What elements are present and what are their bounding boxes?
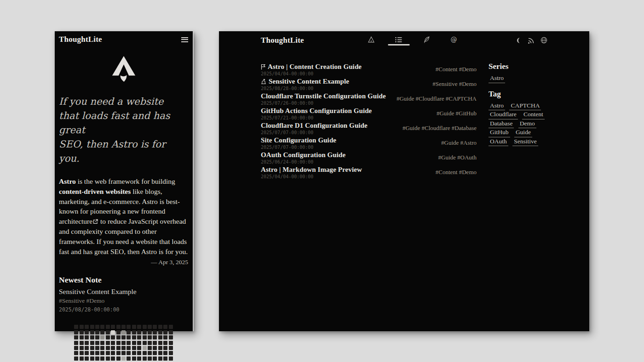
heatmap-cell bbox=[148, 356, 152, 361]
heatmap-cell bbox=[85, 356, 89, 361]
heatmap-cell bbox=[80, 356, 84, 361]
heatmap-cell bbox=[116, 356, 121, 361]
heatmap-cell bbox=[111, 356, 115, 361]
heatmap-cell bbox=[148, 335, 152, 339]
at-sign-glyph: @ bbox=[451, 36, 457, 43]
heatmap-cell bbox=[121, 351, 126, 355]
post-tags[interactable]: #Guide #OAuth bbox=[432, 154, 477, 161]
post-info: Sensitive Content Example 2025/08/28-00:… bbox=[261, 78, 349, 91]
heatmap-cell bbox=[100, 330, 104, 334]
tag-link[interactable]: Content bbox=[522, 110, 545, 119]
heatmap-cell bbox=[111, 346, 115, 350]
post-title-link[interactable]: Astro | Content Creation Guide bbox=[268, 63, 362, 71]
post-title-link[interactable]: Site Configuration Guide bbox=[261, 136, 336, 144]
post-date: 2025/07/07-00:00:00 bbox=[261, 130, 368, 135]
post-tags[interactable]: #Content #Demo bbox=[429, 66, 477, 73]
flag-icon bbox=[261, 64, 265, 70]
newest-note-title-link[interactable]: Sensitive Content Example bbox=[59, 288, 188, 296]
post-title-link[interactable]: Astro | Markdown Image Preview bbox=[261, 166, 362, 174]
heatmap-cell bbox=[111, 341, 115, 345]
heatmap-cell bbox=[143, 335, 147, 339]
astro-logo bbox=[109, 55, 138, 83]
tag-link[interactable]: Sensitive bbox=[512, 137, 538, 147]
heatmap-cell bbox=[143, 351, 147, 355]
post-tags[interactable]: #Sensitive #Demo bbox=[426, 80, 477, 88]
heatmap-cell bbox=[74, 335, 78, 339]
tag-link[interactable]: CAPTCHA bbox=[509, 102, 541, 111]
theme-moon-icon[interactable] bbox=[515, 37, 522, 44]
heatmap-cell bbox=[90, 325, 94, 329]
post-list-item: Astro | Content Creation Guide 2025/04/0… bbox=[261, 62, 477, 77]
newest-note-tags[interactable]: #Sensitive #Demo bbox=[59, 297, 188, 305]
heatmap-cell bbox=[137, 335, 141, 339]
post-title-link[interactable]: GitHub Actions Configuration Guide bbox=[261, 107, 372, 115]
post-list-item: Astro | Markdown Image Preview 2025/04/0… bbox=[261, 165, 477, 180]
post-title-link[interactable]: Sensitive Content Example bbox=[269, 78, 349, 85]
heatmap-cell bbox=[85, 335, 89, 339]
heatmap-cell bbox=[111, 335, 115, 339]
tag-link[interactable]: Database bbox=[489, 119, 514, 129]
heatmap-cell bbox=[106, 325, 110, 329]
quote-line: that loads fast and has great bbox=[59, 109, 188, 137]
nav-archive-list-icon[interactable] bbox=[395, 35, 402, 44]
tag-link[interactable]: Cloudflare bbox=[489, 110, 518, 119]
heatmap-cell bbox=[74, 325, 78, 329]
external-link-icon[interactable] bbox=[92, 217, 98, 225]
post-tags[interactable]: #Guide #Astro bbox=[435, 139, 477, 147]
heatmap-cell bbox=[121, 346, 126, 350]
mobile-scrollbar[interactable] bbox=[193, 31, 194, 331]
heatmap-cell bbox=[132, 330, 136, 334]
heatmap-cell bbox=[111, 325, 115, 329]
post-date: 2025/07/07-00:00:00 bbox=[261, 145, 336, 150]
post-tags[interactable]: #Guide #Cloudflare #CAPTCHA bbox=[390, 95, 477, 102]
heatmap-cell bbox=[132, 356, 136, 361]
heatmap-cell bbox=[106, 346, 110, 350]
globe-language-icon[interactable] bbox=[540, 37, 547, 44]
heatmap-cell bbox=[143, 341, 147, 345]
tag-link[interactable]: Guide bbox=[514, 128, 532, 137]
heatmap-cell bbox=[121, 356, 126, 361]
rss-icon[interactable] bbox=[528, 37, 535, 44]
post-title-link[interactable]: OAuth Configuration Guide bbox=[261, 151, 345, 159]
hamburger-menu-icon[interactable] bbox=[181, 35, 188, 44]
post-title-link[interactable]: Cloudflare D1 Configuration Guide bbox=[261, 122, 368, 130]
intro-text-segment: architecture bbox=[59, 217, 92, 225]
heatmap-cell bbox=[163, 330, 167, 334]
heatmap-cell bbox=[80, 351, 84, 355]
heatmap-cell bbox=[80, 341, 84, 345]
heatmap-cell bbox=[100, 325, 104, 329]
heatmap-cell bbox=[100, 335, 104, 339]
heatmap-cell bbox=[116, 325, 121, 329]
post-tags[interactable]: #Content #Demo bbox=[429, 169, 477, 176]
heatmap-cell bbox=[163, 346, 167, 350]
post-info: Astro | Markdown Image Preview 2025/04/0… bbox=[261, 166, 362, 179]
nav-write-feather-icon[interactable] bbox=[423, 35, 430, 44]
nav-about-at-sign-icon[interactable]: @ bbox=[450, 35, 458, 44]
tag-link[interactable]: Astro bbox=[489, 102, 505, 111]
heatmap-cell bbox=[143, 346, 147, 350]
heatmap-cell bbox=[90, 346, 94, 350]
heatmap-cell bbox=[126, 356, 131, 361]
tag-link[interactable]: OAuth bbox=[489, 137, 508, 147]
header-actions bbox=[515, 36, 547, 44]
desktop-header: ThoughtLite @ bbox=[219, 31, 589, 51]
post-tags[interactable]: #Guide #Cloudflare #Database bbox=[396, 124, 477, 132]
heatmap-cell bbox=[95, 325, 99, 329]
series-link[interactable]: Astro bbox=[489, 74, 505, 83]
post-title-link[interactable]: Cloudflare Turnstile Configuration Guide bbox=[261, 92, 386, 100]
heatmap-cell bbox=[121, 325, 126, 329]
tag-link[interactable]: GitHub bbox=[489, 128, 510, 137]
heatmap-cell bbox=[158, 330, 162, 334]
heatmap-cell bbox=[116, 346, 121, 350]
heatmap-cell bbox=[169, 335, 173, 339]
heatmap-cell bbox=[85, 346, 89, 350]
post-tags[interactable]: #Guide #GitHub bbox=[430, 110, 477, 117]
post-date: 2025/06/24-00:00:00 bbox=[261, 159, 345, 164]
nav-home-astro-triangle-icon[interactable] bbox=[368, 35, 375, 44]
desktop-content: Astro | Content Creation Guide 2025/04/0… bbox=[219, 51, 589, 180]
heatmap-cell bbox=[158, 335, 162, 339]
heatmap-cell bbox=[74, 351, 78, 355]
heatmap-cell bbox=[100, 351, 104, 355]
tag-link[interactable]: Demo bbox=[518, 119, 536, 129]
heatmap-cell bbox=[121, 341, 126, 345]
